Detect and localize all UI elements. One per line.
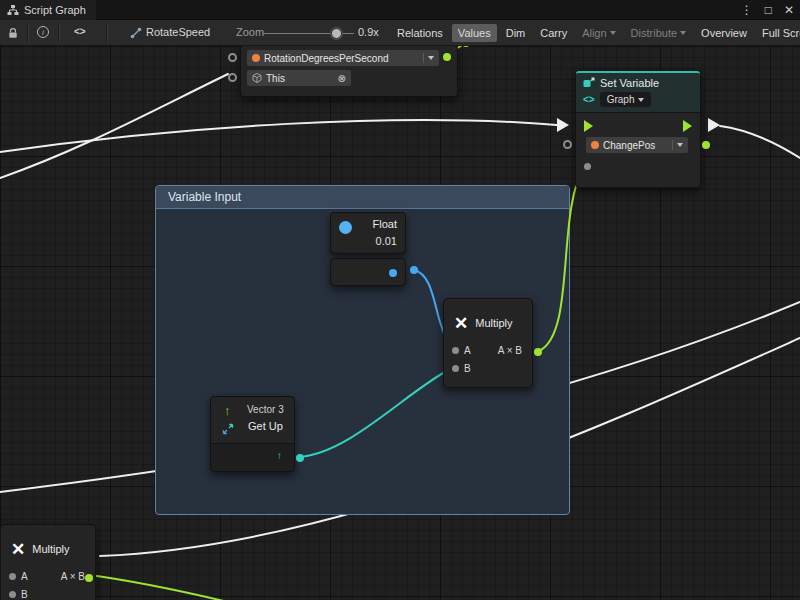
flow-out-port-icon[interactable] xyxy=(683,120,692,132)
set-variable-icon xyxy=(583,77,595,89)
port-output-inner-dot xyxy=(389,269,397,277)
port-input-a[interactable] xyxy=(452,347,459,354)
float-type-icon xyxy=(339,221,352,234)
port-input-b[interactable] xyxy=(452,365,459,372)
flow-in-port-icon[interactable] xyxy=(584,120,593,132)
port-output-ab[interactable] xyxy=(85,574,93,582)
vector-arrows-icon xyxy=(222,423,234,435)
chevron-down-icon xyxy=(610,31,616,35)
toolbar: i <> RotateSpeed Zoom 0.9x Relations Val… xyxy=(0,20,800,46)
target-field[interactable]: This ⊗ xyxy=(247,70,351,86)
zoom-label: Zoom xyxy=(236,26,264,38)
port-row-b[interactable]: B xyxy=(1,585,95,600)
fullscreen-button[interactable]: Full Screen xyxy=(756,24,800,42)
script-graph-asset-icon xyxy=(130,27,142,39)
node-float-header[interactable]: Float 0.01 xyxy=(330,212,406,254)
multiply-icon: ✕ xyxy=(11,541,25,558)
port-output-ab[interactable] xyxy=(534,348,542,356)
graph-name: RotateSpeed xyxy=(146,26,210,38)
distribute-label: Distribute xyxy=(631,26,677,41)
port-input-name[interactable] xyxy=(228,53,237,62)
node-title: Multiply xyxy=(475,317,512,329)
cube-icon xyxy=(252,73,262,83)
variable-name: RotationDegreesPerSecond xyxy=(264,53,389,64)
port-row-a[interactable]: A A × B xyxy=(1,567,95,585)
chevron-down-icon[interactable] xyxy=(428,56,434,60)
scope-dropdown[interactable]: Graph xyxy=(600,92,652,107)
toolbar-buttons: Relations Values Dim Carry Align Distrib… xyxy=(391,24,800,42)
distribute-button[interactable]: Distribute xyxy=(625,24,692,42)
port-output-value[interactable] xyxy=(443,53,451,61)
port-label-b: B xyxy=(464,363,471,374)
node-title: Float xyxy=(373,218,397,230)
port-label-ab: A × B xyxy=(61,571,85,582)
port-input-a[interactable] xyxy=(9,573,16,580)
port-input-name[interactable] xyxy=(563,140,572,149)
setvar-name: ChangePos xyxy=(603,140,655,151)
port-row-a[interactable]: A A × B xyxy=(444,341,532,359)
window-titlebar: Script Graph ⋮ □ ✕ xyxy=(0,0,800,20)
divider xyxy=(423,53,424,63)
graph-hierarchy-icon xyxy=(7,4,19,16)
port-input-target[interactable] xyxy=(228,73,237,82)
carry-button[interactable]: Carry xyxy=(534,24,573,42)
scope-label: Graph xyxy=(607,94,635,105)
group-title[interactable]: Variable Input xyxy=(156,186,569,209)
node-type: Vector 3 xyxy=(247,404,284,415)
node-multiply-2[interactable]: ✕ Multiply A A × B B xyxy=(0,524,96,600)
tab-title: Script Graph xyxy=(24,4,86,16)
toolbar-divider xyxy=(58,23,59,42)
port-output-value[interactable] xyxy=(702,141,710,149)
set-variable-header: Set Variable <> Graph xyxy=(576,71,700,113)
node-title: Multiply xyxy=(32,543,69,555)
port-row-b[interactable]: B xyxy=(444,359,532,377)
zoom-slider-knob[interactable] xyxy=(331,28,342,39)
lock-icon[interactable] xyxy=(7,27,19,39)
dim-button[interactable]: Dim xyxy=(500,24,532,42)
node-title: Set Variable xyxy=(600,77,659,89)
variable-type-dot xyxy=(252,54,260,62)
tab-script-graph[interactable]: Script Graph xyxy=(0,0,96,20)
setvar-name-dropdown[interactable]: ChangePos xyxy=(586,137,688,153)
relations-button[interactable]: Relations xyxy=(391,24,449,42)
align-button[interactable]: Align xyxy=(576,24,621,42)
clear-icon[interactable]: ⊗ xyxy=(338,73,346,84)
code-icon: <> xyxy=(583,94,595,105)
node-float-body[interactable] xyxy=(330,258,406,286)
port-input-b[interactable] xyxy=(9,591,16,598)
overview-button[interactable]: Overview xyxy=(695,24,753,42)
multiply-icon: ✕ xyxy=(454,315,468,332)
chevron-down-icon xyxy=(638,98,644,102)
port-label-a: A xyxy=(21,571,28,582)
float-value[interactable]: 0.01 xyxy=(376,235,397,247)
zoom-value: 0.9x xyxy=(358,26,379,38)
divider xyxy=(672,140,673,150)
variable-dropdown[interactable]: RotationDegreesPerSecond xyxy=(247,50,439,66)
port-label-b: B xyxy=(21,589,28,600)
code-view-icon[interactable]: <> xyxy=(74,26,86,37)
maximize-icon[interactable]: □ xyxy=(765,3,772,17)
port-strip: ↑ xyxy=(211,443,294,471)
node-multiply[interactable]: ✕ Multiply A A × B B xyxy=(443,298,533,388)
toolbar-divider xyxy=(106,23,107,42)
info-icon[interactable]: i xyxy=(37,26,49,38)
chevron-down-icon[interactable] xyxy=(677,143,683,147)
up-arrow-icon: ↑ xyxy=(224,403,231,418)
node-get-variable[interactable]: RotationDegreesPerSecond This ⊗ xyxy=(240,45,458,97)
node-get-up[interactable]: ↑ Vector 3 Get Up ↑ xyxy=(210,396,295,472)
values-button[interactable]: Values xyxy=(452,24,497,42)
port-input-value[interactable] xyxy=(584,163,591,170)
port-output-vector[interactable] xyxy=(296,454,304,462)
node-title: Get Up xyxy=(248,420,283,432)
menu-icon[interactable]: ⋮ xyxy=(741,3,753,17)
port-label-ab: A × B xyxy=(498,345,522,356)
node-set-variable[interactable]: Set Variable <> Graph ChangePos xyxy=(575,70,701,188)
chevron-down-icon xyxy=(680,31,686,35)
toolbar-divider xyxy=(27,23,28,42)
close-icon[interactable]: ✕ xyxy=(784,3,794,17)
vector-port-icon: ↑ xyxy=(277,450,282,461)
align-label: Align xyxy=(582,26,606,41)
window-controls: ⋮ □ ✕ xyxy=(741,0,794,20)
float-output-port[interactable] xyxy=(410,266,418,274)
target-label: This xyxy=(266,73,285,84)
